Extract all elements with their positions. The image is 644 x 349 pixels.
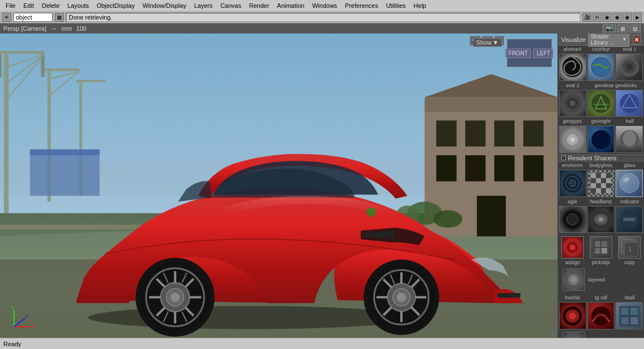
- shader-agle[interactable]: [559, 206, 586, 233]
- view-btn-camera[interactable]: 📷: [603, 25, 616, 32]
- svg-point-99: [591, 130, 610, 149]
- svg-rect-121: [606, 188, 611, 193]
- svg-rect-31: [523, 155, 543, 181]
- svg-point-73: [397, 293, 406, 302]
- status-bar: Ready: [0, 338, 644, 349]
- shader-geodocks[interactable]: [615, 90, 643, 117]
- svg-rect-155: [631, 308, 638, 315]
- menu-canvas[interactable]: Canvas: [217, 2, 244, 9]
- shader-lib-button[interactable]: Shader Library ... ▼: [588, 34, 629, 47]
- nav-cube[interactable]: FRONT LEFT: [507, 39, 552, 67]
- shader-geonight[interactable]: [588, 126, 615, 153]
- shader-eval1[interactable]: [615, 54, 643, 81]
- svg-rect-30: [494, 155, 514, 181]
- shader-geogyps[interactable]: [559, 126, 586, 153]
- toolbar-icon-b[interactable]: ◉: [603, 13, 612, 22]
- resident-shaders-label: Resident Shacers: [568, 155, 617, 161]
- viewport[interactable]: FRONT LEFT 📷 ⊞ Show ▼ 3 X Y Z: [0, 34, 557, 338]
- view-bar: Persp [Camera] ↔ mm 100 📷 ⊞ ⊟: [0, 23, 644, 34]
- svg-rect-113: [606, 178, 611, 183]
- label-geogyps: geogyps: [559, 118, 585, 124]
- svg-point-102: [623, 131, 636, 146]
- shader-eval2[interactable]: [559, 90, 586, 117]
- scene-svg: [0, 34, 557, 338]
- svg-rect-15: [77, 80, 106, 82]
- delete-icon-btn[interactable]: [633, 35, 641, 45]
- main-content: FRONT LEFT 📷 ⊞ Show ▼ 3 X Y Z: [0, 34, 644, 338]
- label-hall: hall: [617, 118, 643, 124]
- view-btn-expand[interactable]: ⊞: [617, 25, 628, 32]
- svg-point-126: [567, 214, 578, 225]
- toolbar-icon-e[interactable]: ▶: [633, 13, 642, 22]
- shader-glass[interactable]: [615, 170, 643, 197]
- shader-geodese[interactable]: [588, 90, 615, 117]
- menu-render[interactable]: Render: [245, 2, 272, 9]
- menu-animation[interactable]: Animation: [274, 2, 308, 9]
- toolbar-icon-camera[interactable]: 🎥: [583, 13, 591, 22]
- copy-label: copy: [624, 260, 634, 265]
- label-headlamp: headlamp: [588, 199, 614, 204]
- shader-layered[interactable]: [562, 269, 585, 291]
- svg-rect-38: [497, 293, 520, 298]
- menu-layers[interactable]: Layers: [191, 2, 216, 9]
- svg-point-34: [433, 211, 462, 228]
- svg-rect-11: [45, 68, 79, 71]
- action-assign[interactable]: assign: [559, 236, 586, 265]
- shader-headlamp[interactable]: [588, 206, 615, 233]
- menu-file[interactable]: File: [2, 2, 19, 9]
- cube-front[interactable]: FRONT: [505, 49, 531, 58]
- menu-help[interactable]: Help: [410, 2, 430, 9]
- tool-icon-2[interactable]: ▦: [55, 13, 64, 22]
- shader-hwshd[interactable]: [559, 302, 586, 329]
- toolbar-icon-a[interactable]: H: [593, 13, 602, 22]
- shader-labels-row3: geogyps geonight hall: [558, 118, 644, 125]
- viewport-scene: FRONT LEFT 📷 ⊞ Show ▼ 3 X Y Z: [0, 34, 557, 338]
- svg-rect-28: [436, 155, 456, 181]
- label-countryr: countryr: [588, 46, 614, 52]
- toolbar: ✛ ▦ Done retrieving. 🎥 H ◉ ◉ ◉ ▶: [0, 11, 644, 23]
- shader-delete[interactable]: [562, 332, 585, 338]
- svg-rect-154: [621, 308, 628, 315]
- action-pickobjs[interactable]: 1 pickobjs: [588, 236, 615, 265]
- shader-bodygloss[interactable]: [588, 170, 615, 197]
- shader-hall[interactable]: [615, 126, 643, 153]
- action-copy[interactable]: 1 copy: [615, 236, 643, 265]
- shader-labels-row1: abstract countryr eval 1: [558, 46, 644, 52]
- object-input[interactable]: [13, 13, 53, 22]
- svg-rect-156: [621, 317, 628, 324]
- label-bodygloss: bodygloss: [588, 162, 614, 168]
- resident-grid-row2: [558, 205, 644, 235]
- shader-lstall[interactable]: [615, 302, 643, 329]
- show-button[interactable]: Show ▼: [473, 38, 502, 47]
- svg-rect-22: [425, 97, 557, 112]
- svg-text:Y: Y: [11, 305, 15, 310]
- resident-grid-row1: [558, 169, 644, 198]
- toolbar-icon-d[interactable]: ◉: [623, 13, 632, 22]
- status-text: Done retrieving.: [66, 13, 580, 22]
- view-btn-grid[interactable]: ⊟: [629, 25, 641, 32]
- menu-windowdisplay[interactable]: Window/Display: [139, 2, 190, 9]
- toolbar-icon-c[interactable]: ◉: [613, 13, 622, 22]
- shader-abstract[interactable]: [559, 54, 586, 81]
- menu-preferences[interactable]: Preferences: [342, 2, 381, 9]
- menu-edit[interactable]: Edit: [20, 2, 37, 9]
- svg-rect-141: [602, 248, 607, 254]
- menu-delete[interactable]: Delete: [39, 2, 63, 9]
- menu-windows[interactable]: Windows: [309, 2, 340, 9]
- menu-utilities[interactable]: Utilities: [382, 2, 409, 9]
- action-row: assign 1 pickobjs: [558, 234, 644, 267]
- shader-countryr[interactable]: [588, 54, 615, 81]
- shader-grid-row1: [558, 52, 644, 82]
- shader-tgndl[interactable]: [588, 302, 615, 329]
- svg-point-92: [570, 101, 575, 106]
- axis-widget: X Y Z: [8, 304, 36, 332]
- shader-indicator[interactable]: [615, 206, 643, 233]
- corner-expand[interactable]: [548, 328, 556, 337]
- menu-layouts[interactable]: Layouts: [64, 2, 93, 9]
- shader-environm[interactable]: [559, 170, 586, 197]
- label-eval1: eval 1: [617, 46, 643, 52]
- tool-icon-1[interactable]: ✛: [2, 13, 11, 22]
- menu-objectdisplay[interactable]: ObjectDisplay: [93, 2, 138, 9]
- cube-left[interactable]: LEFT: [533, 49, 553, 58]
- label-geonight: geonight: [588, 118, 614, 124]
